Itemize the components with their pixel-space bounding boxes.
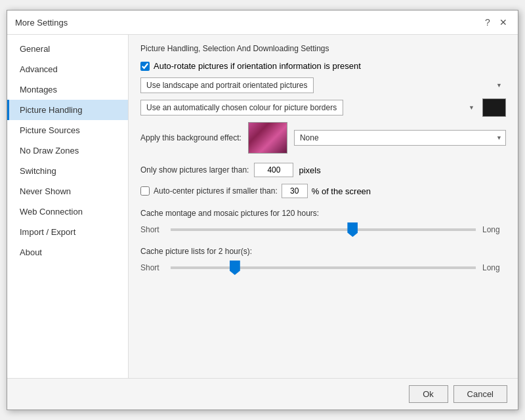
- cache-montage-short-label: Short: [140, 225, 164, 234]
- orientation-dropdown[interactable]: Use landscape and portrait orientated pi…: [140, 77, 314, 93]
- auto-rotate-label: Auto-rotate pictures if orientation info…: [154, 61, 361, 71]
- sidebar-item-picture-sources[interactable]: Picture Sources: [7, 120, 128, 140]
- auto-center-pct-input[interactable]: [282, 184, 308, 198]
- border-colour-dropdown-wrapper: Use an automatically chosen colour for p…: [140, 100, 478, 116]
- auto-center-label: Auto-center pictures if smaller than:: [154, 186, 278, 196]
- min-size-row: Only show pictures larger than: pixels: [140, 163, 506, 177]
- cache-lists-slider-container: [171, 261, 476, 274]
- sidebar-item-never-shown[interactable]: Never Shown: [7, 181, 128, 201]
- cache-lists-label: Cache picture lists for 2 hour(s):: [140, 247, 506, 256]
- auto-rotate-row: Auto-rotate pictures if orientation info…: [140, 61, 506, 71]
- orientation-dropdown-row: Use landscape and portrait orientated pi…: [140, 77, 506, 93]
- sidebar-item-picture-handling[interactable]: Picture Handling: [7, 100, 128, 120]
- close-button[interactable]: ✕: [497, 16, 510, 29]
- sidebar-item-no-draw-zones[interactable]: No Draw Zones: [7, 140, 128, 161]
- sidebar-item-import-export[interactable]: Import / Export: [7, 222, 128, 242]
- min-size-unit: pixels: [299, 165, 320, 175]
- cancel-button[interactable]: Cancel: [453, 385, 507, 403]
- cache-montage-slider-container: [171, 223, 476, 236]
- auto-center-unit: % of the screen: [312, 186, 371, 196]
- title-bar-controls: ? ✕: [481, 16, 510, 29]
- border-colour-row: Use an automatically chosen colour for p…: [140, 98, 506, 117]
- cache-lists-slider[interactable]: [171, 266, 476, 269]
- cache-lists-slider-row: Short Long: [140, 261, 506, 274]
- bg-effect-thumbnail: [248, 122, 287, 154]
- sidebar-item-web-connection[interactable]: Web Connection: [7, 201, 128, 222]
- cache-montage-section: Cache montage and mosaic pictures for 12…: [140, 209, 506, 236]
- sidebar-item-switching[interactable]: Switching: [7, 161, 128, 181]
- ok-button[interactable]: Ok: [409, 385, 448, 403]
- dialog-footer: Ok Cancel: [7, 378, 518, 410]
- dialog-title: More Settings: [15, 18, 68, 28]
- min-size-label: Only show pictures larger than:: [140, 165, 249, 175]
- sidebar-item-general[interactable]: General: [7, 39, 128, 59]
- section-title: Picture Handling, Selection And Download…: [140, 44, 506, 53]
- auto-rotate-checkbox[interactable]: [140, 62, 150, 71]
- cache-montage-slider-row: Short Long: [140, 223, 506, 236]
- cache-montage-slider[interactable]: [171, 228, 476, 231]
- bg-effect-label: Apply this background effect:: [140, 133, 242, 142]
- auto-center-checkbox[interactable]: [140, 186, 150, 196]
- cache-montage-long-label: Long: [482, 225, 506, 234]
- cache-lists-short-label: Short: [140, 263, 164, 272]
- sidebar-item-about[interactable]: About: [7, 242, 128, 262]
- auto-center-row: Auto-center pictures if smaller than: % …: [140, 184, 506, 198]
- cache-lists-long-label: Long: [482, 263, 506, 272]
- cache-montage-label: Cache montage and mosaic pictures for 12…: [140, 209, 506, 218]
- main-content: Picture Handling, Selection And Download…: [129, 35, 518, 378]
- border-colour-dropdown[interactable]: Use an automatically chosen colour for p…: [140, 100, 343, 116]
- sidebar: GeneralAdvancedMontagesPicture HandlingP…: [7, 35, 129, 378]
- dialog-body: GeneralAdvancedMontagesPicture HandlingP…: [7, 35, 518, 378]
- colour-picker-box[interactable]: [482, 98, 506, 117]
- sidebar-item-montages[interactable]: Montages: [7, 79, 128, 100]
- orientation-dropdown-wrapper: Use landscape and portrait orientated pi…: [140, 77, 506, 93]
- bg-effect-dropdown-wrapper: None Blur Grayscale: [294, 130, 506, 146]
- title-bar: More Settings ? ✕: [7, 10, 518, 35]
- sidebar-item-advanced[interactable]: Advanced: [7, 59, 128, 79]
- cache-lists-section: Cache picture lists for 2 hour(s): Short…: [140, 247, 506, 274]
- bg-effect-row: Apply this background effect: None Blur …: [140, 122, 506, 154]
- help-button[interactable]: ?: [481, 16, 494, 29]
- min-size-input[interactable]: [254, 163, 293, 177]
- bg-effect-dropdown[interactable]: None Blur Grayscale: [294, 130, 506, 146]
- dialog-window: More Settings ? ✕ GeneralAdvancedMontage…: [7, 10, 518, 410]
